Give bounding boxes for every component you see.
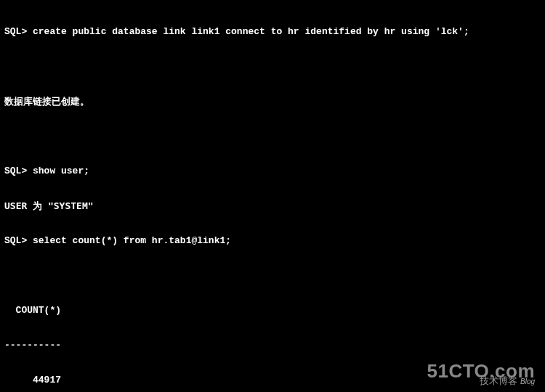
sql-prompt: SQL> [4, 166, 33, 176]
blank-line [4, 61, 541, 73]
sql-command: select count(*) from hr.tab1@link1; [33, 235, 231, 246]
sql-prompt: SQL> [4, 26, 33, 37]
sql-line-create-link: SQL> create public database link link1 c… [4, 26, 541, 38]
msg-link-created: 数据库链接已创建。 [4, 96, 541, 107]
count-value: 44917 [4, 375, 541, 386]
count-header: COUNT(*) [4, 305, 541, 317]
blank-line [4, 131, 541, 142]
sql-prompt: SQL> [4, 235, 33, 246]
count-divider: ---------- [4, 340, 541, 351]
terminal-output: SQL> create public database link link1 c… [0, 0, 545, 392]
sql-line-select1: SQL> select count(*) from hr.tab1@link1; [4, 235, 541, 247]
sql-command: create public database link link1 connec… [33, 26, 469, 37]
user-line: USER 为 "SYSTEM" [4, 200, 541, 212]
blank-line [4, 270, 541, 282]
sql-line-show-user: SQL> show user; [4, 166, 541, 177]
sql-command: show user; [33, 166, 89, 176]
